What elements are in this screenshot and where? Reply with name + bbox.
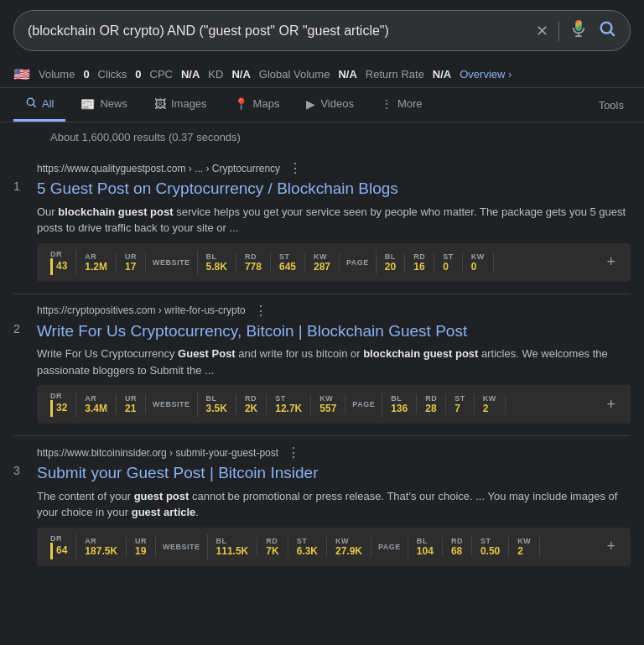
result-1-content: 5 Guest Post on Cryptocurrency / Blockch…: [37, 178, 631, 282]
result-1-url-row: https://www.qualityguestpost.com › ... ›…: [13, 160, 631, 176]
ar-label: AR: [85, 252, 96, 261]
result-3-options-icon[interactable]: ⋮: [287, 445, 300, 460]
result-1-add-icon[interactable]: +: [600, 253, 622, 271]
videos-icon: ▶: [306, 97, 315, 111]
more-icon: ⋮: [381, 97, 392, 111]
result-3-add-icon[interactable]: +: [600, 538, 622, 555]
cpc-value: N/A: [181, 68, 200, 81]
page-section-label: PAGE: [340, 250, 377, 275]
result-3-row: 3 Submit your Guest Post | Bitcoin Insid…: [13, 462, 631, 566]
close-icon[interactable]: ✕: [536, 22, 548, 40]
tab-news-label: News: [100, 97, 127, 110]
result-3-page-rd: RD 68: [443, 537, 472, 557]
result-3-title[interactable]: Submit your Guest Post | Bitcoin Insider: [37, 462, 631, 485]
result-3-dr: DR 64: [45, 534, 76, 559]
tab-all-label: All: [42, 97, 54, 110]
kd-value: N/A: [231, 68, 250, 81]
result-2-page-bl: BL 136: [382, 394, 417, 414]
maps-icon: 📍: [234, 97, 248, 111]
website-section-label-3: WEBSITE: [156, 534, 208, 559]
return-label: Return Rate: [366, 68, 424, 81]
tab-more[interactable]: ⋮ More: [369, 89, 434, 122]
result-1-row: 1 5 Guest Post on Cryptocurrency / Block…: [13, 178, 631, 282]
result-item-1: https://www.qualityguestpost.com › ... ›…: [0, 152, 644, 290]
result-1-page-st: ST 0: [434, 252, 463, 273]
result-2-options-icon[interactable]: ⋮: [254, 303, 267, 319]
search-bar: (blockchain OR crypto) AND ("guest post"…: [13, 10, 631, 51]
result-3-ur: UR 19: [127, 537, 156, 557]
result-1-page-kw: KW 0: [463, 252, 494, 273]
result-2-add-icon[interactable]: +: [600, 396, 622, 414]
result-1-seo-bar: DR 43 AR 1.2M UR 17 WEBSITE BL 5.8K RD: [37, 243, 631, 282]
tab-maps[interactable]: 📍 Maps: [222, 89, 292, 122]
search-icon[interactable]: [598, 19, 616, 42]
result-3-st: ST 6.3K: [288, 537, 327, 557]
result-2-row: 2 Write For Us Cryptocurrency, Bitcoin |…: [13, 320, 631, 424]
result-1-ar: AR 1.2M: [76, 252, 117, 273]
result-2-title[interactable]: Write For Us Cryptocurrency, Bitcoin | B…: [37, 320, 631, 343]
tab-maps-label: Maps: [253, 97, 280, 110]
clicks-value: 0: [135, 68, 141, 81]
result-3-page-st: ST 0.50: [472, 537, 509, 557]
microphone-icon[interactable]: [569, 19, 588, 42]
search-bar-icons: ✕: [536, 19, 616, 42]
ur-label: UR: [125, 252, 137, 261]
result-1-ur: UR 17: [117, 252, 146, 273]
result-item-2: https://cryptopositives.com › write-for-…: [0, 294, 644, 433]
page-section-label-2: PAGE: [345, 392, 382, 417]
result-3-seo-bar: DR 64 AR 187.5K UR 19 WEBSITE BL 111.5K: [37, 528, 631, 566]
volume-value: 0: [83, 68, 89, 81]
result-2-url: https://cryptopositives.com › write-for-…: [37, 304, 246, 316]
tab-more-label: More: [397, 97, 423, 110]
result-3-snippet: The content of your guest post cannot be…: [37, 488, 631, 521]
result-2-page-st: ST 7: [446, 394, 475, 414]
stats-bar: 🇺🇸 Volume 0 Clicks 0 CPC N/A KD N/A Glob…: [0, 61, 644, 88]
dr-value: 43: [50, 258, 67, 275]
clicks-label: Clicks: [98, 68, 127, 81]
result-2-ar: AR 3.4M: [76, 394, 117, 414]
divider-line: [558, 21, 559, 41]
result-1-page-bl: BL 20: [377, 252, 405, 273]
news-icon: 📰: [80, 97, 95, 111]
result-2-content: Write For Us Cryptocurrency, Bitcoin | B…: [37, 320, 631, 424]
result-2-rd: RD 2K: [236, 394, 267, 414]
volume-label: Volume: [39, 68, 75, 81]
tab-all[interactable]: All: [13, 88, 65, 122]
country-flag: 🇺🇸: [13, 66, 30, 82]
result-1-options-icon[interactable]: ⋮: [288, 160, 302, 176]
nav-tabs: All 📰 News 🖼 Images 📍 Maps ▶ Videos ⋮ Mo…: [0, 88, 644, 122]
dr-label: DR: [50, 250, 62, 258]
result-3-bl: BL 111.5K: [208, 537, 258, 557]
result-2-snippet: Write For Us Cryptocurrency Guest Post a…: [37, 346, 631, 378]
tools-button[interactable]: Tools: [592, 91, 631, 120]
images-icon: 🖼: [154, 97, 166, 111]
tab-images[interactable]: 🖼 Images: [143, 89, 219, 122]
result-2-url-row: https://cryptopositives.com › write-for-…: [13, 303, 631, 319]
result-3-rd: RD 7K: [257, 537, 288, 557]
result-1-page-rd: RD 16: [405, 252, 434, 273]
result-2-dr: DR 32: [45, 392, 76, 417]
result-1-number: 1: [13, 178, 37, 193]
global-value: N/A: [338, 68, 356, 81]
svg-line-3: [610, 32, 614, 35]
result-1-dr: DR 43: [45, 250, 76, 275]
result-2-seo-bar: DR 32 AR 3.4M UR 21 WEBSITE BL 3.5K RD: [37, 385, 631, 424]
global-label: Global Volume: [259, 68, 330, 81]
result-2-kw: KW 557: [311, 394, 345, 414]
website-section-label: WEBSITE: [146, 250, 198, 275]
result-item-3: https://www.bitcoininsider.org › submit-…: [0, 436, 644, 575]
result-2-st: ST 12.7K: [267, 394, 311, 414]
result-2-page-kw: KW 2: [475, 394, 506, 414]
result-3-page-bl: BL 104: [408, 537, 443, 557]
overview-link[interactable]: Overview ›: [460, 68, 512, 81]
result-3-url-row: https://www.bitcoininsider.org › submit-…: [13, 445, 631, 460]
tab-news[interactable]: 📰 News: [69, 89, 139, 122]
cpc-label: CPC: [150, 68, 173, 81]
ar-value: 1.2M: [85, 261, 107, 273]
result-1-rd: RD 778: [236, 252, 271, 273]
result-1-st: ST 645: [271, 252, 305, 273]
result-1-title[interactable]: 5 Guest Post on Cryptocurrency / Blockch…: [37, 178, 631, 200]
tab-videos[interactable]: ▶ Videos: [294, 89, 366, 122]
result-2-number: 2: [13, 320, 37, 336]
result-1-kw: KW 287: [305, 252, 340, 273]
